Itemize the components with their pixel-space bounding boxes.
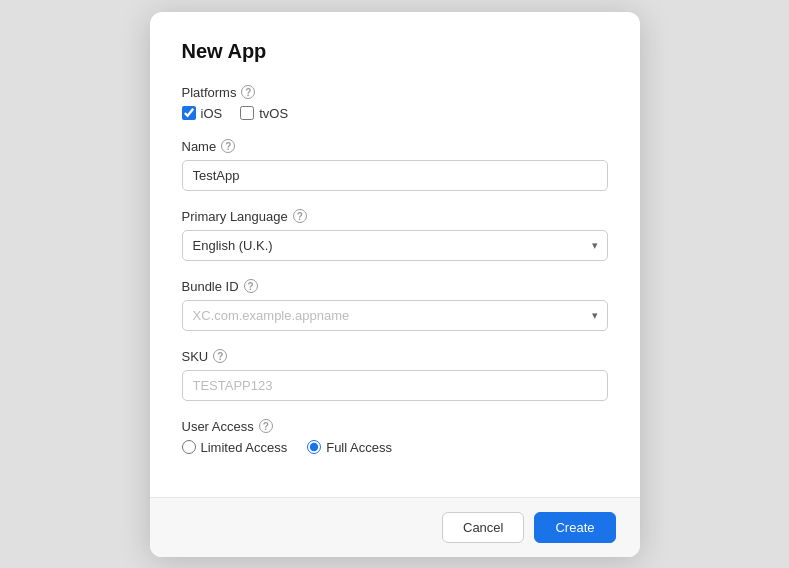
- platforms-label: Platforms: [182, 85, 237, 100]
- bundle-id-select-wrapper: XC.com.example.appname com.example.app ▾: [182, 300, 608, 331]
- user-access-label: User Access: [182, 419, 254, 434]
- primary-language-select-wrapper: English (U.K.) English (U.S.) French Ger…: [182, 230, 608, 261]
- bundle-id-select[interactable]: XC.com.example.appname com.example.app: [182, 300, 608, 331]
- user-access-label-row: User Access ?: [182, 419, 608, 434]
- platforms-help-icon[interactable]: ?: [241, 85, 255, 99]
- new-app-dialog: New App Platforms ? iOS tvOS Name: [150, 12, 640, 557]
- primary-language-select[interactable]: English (U.K.) English (U.S.) French Ger…: [182, 230, 608, 261]
- bundle-id-label: Bundle ID: [182, 279, 239, 294]
- bundle-id-group: Bundle ID ? XC.com.example.appname com.e…: [182, 279, 608, 331]
- sku-label-row: SKU ?: [182, 349, 608, 364]
- platform-checkboxes: iOS tvOS: [182, 106, 608, 121]
- dialog-body: New App Platforms ? iOS tvOS Name: [150, 12, 640, 497]
- name-label: Name: [182, 139, 217, 154]
- name-label-row: Name ?: [182, 139, 608, 154]
- create-button[interactable]: Create: [534, 512, 615, 543]
- name-help-icon[interactable]: ?: [221, 139, 235, 153]
- tvos-label: tvOS: [259, 106, 288, 121]
- dialog-footer: Cancel Create: [150, 497, 640, 557]
- sku-help-icon[interactable]: ?: [213, 349, 227, 363]
- cancel-button[interactable]: Cancel: [442, 512, 524, 543]
- platforms-label-row: Platforms ?: [182, 85, 608, 100]
- primary-language-label: Primary Language: [182, 209, 288, 224]
- limited-access-radio-label[interactable]: Limited Access: [182, 440, 288, 455]
- ios-checkbox-label[interactable]: iOS: [182, 106, 223, 121]
- tvos-checkbox[interactable]: [240, 106, 254, 120]
- ios-label: iOS: [201, 106, 223, 121]
- full-access-radio[interactable]: [307, 440, 321, 454]
- bundle-id-label-row: Bundle ID ?: [182, 279, 608, 294]
- user-access-group: User Access ? Limited Access Full Access: [182, 419, 608, 455]
- primary-language-help-icon[interactable]: ?: [293, 209, 307, 223]
- bundle-id-help-icon[interactable]: ?: [244, 279, 258, 293]
- full-access-radio-label[interactable]: Full Access: [307, 440, 392, 455]
- user-access-radios: Limited Access Full Access: [182, 440, 608, 455]
- sku-group: SKU ?: [182, 349, 608, 401]
- platforms-group: Platforms ? iOS tvOS: [182, 85, 608, 121]
- sku-input[interactable]: [182, 370, 608, 401]
- limited-access-radio[interactable]: [182, 440, 196, 454]
- ios-checkbox[interactable]: [182, 106, 196, 120]
- tvos-checkbox-label[interactable]: tvOS: [240, 106, 288, 121]
- dialog-title: New App: [182, 40, 608, 63]
- sku-label: SKU: [182, 349, 209, 364]
- name-group: Name ?: [182, 139, 608, 191]
- primary-language-group: Primary Language ? English (U.K.) Englis…: [182, 209, 608, 261]
- user-access-help-icon[interactable]: ?: [259, 419, 273, 433]
- name-input[interactable]: [182, 160, 608, 191]
- primary-language-label-row: Primary Language ?: [182, 209, 608, 224]
- limited-access-label: Limited Access: [201, 440, 288, 455]
- full-access-label: Full Access: [326, 440, 392, 455]
